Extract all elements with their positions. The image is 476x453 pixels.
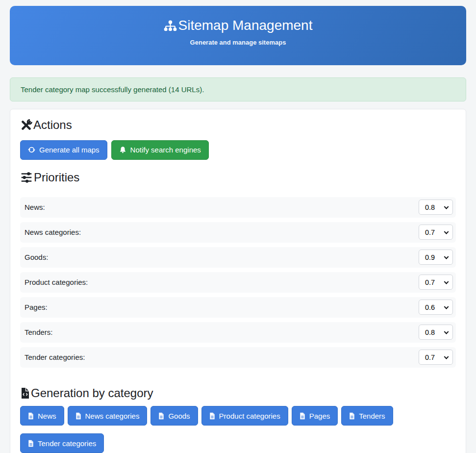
category-button-label: News categories — [85, 412, 140, 420]
file-icon — [209, 412, 215, 420]
priority-row-news-categories: News categories: 0.7 — [20, 222, 456, 243]
category-button-tenders[interactable]: Tenders — [341, 406, 393, 426]
priority-label: News categories: — [25, 228, 81, 236]
category-button-label: Product categories — [219, 412, 280, 420]
sitemap-icon — [164, 20, 177, 32]
priority-label: News: — [25, 203, 45, 211]
file-icon — [349, 412, 355, 420]
file-icon — [28, 440, 34, 447]
page-title: Sitemap Management — [10, 18, 466, 33]
bell-icon — [119, 146, 126, 153]
category-button-goods[interactable]: Goods — [150, 406, 198, 426]
sync-icon — [28, 146, 35, 153]
priority-label: Product categories: — [25, 278, 88, 286]
category-button-news[interactable]: News — [20, 406, 64, 426]
page: Sitemap Management Generate and manage s… — [0, 0, 476, 453]
file-icon — [28, 412, 34, 420]
notify-search-engines-label: Notify search engines — [130, 146, 201, 153]
generate-all-maps-label: Generate all maps — [39, 146, 100, 153]
priority-row-product-categories: Product categories: 0.7 — [20, 272, 456, 293]
sliders-icon — [20, 171, 33, 184]
category-button-label: Pages — [309, 412, 330, 420]
priority-select-product-categories[interactable]: 0.7 — [419, 275, 453, 290]
priority-select-news[interactable]: 0.8 — [419, 200, 453, 215]
generation-heading-text: Generation by category — [31, 386, 153, 401]
file-icon — [300, 412, 305, 420]
priorities-heading: Priorities — [20, 171, 456, 185]
priority-row-news: News: 0.8 — [20, 197, 456, 218]
actions-heading-text: Actions — [33, 118, 72, 132]
priority-select-wrap: 0.8 — [419, 200, 453, 215]
page-title-text: Sitemap Management — [178, 18, 313, 33]
priority-select-wrap: 0.9 — [419, 250, 453, 265]
priority-label: Tenders: — [25, 328, 53, 336]
page-subtitle: Generate and manage sitemaps — [10, 39, 466, 46]
priority-select-pages[interactable]: 0.6 — [419, 300, 453, 315]
generate-all-maps-button[interactable]: Generate all maps — [20, 140, 107, 160]
category-button-label: Tender categories — [38, 440, 96, 447]
actions-heading: Actions — [20, 118, 456, 132]
actions-row: Generate all maps Notify search engines — [20, 140, 456, 160]
priority-select-news-categories[interactable]: 0.7 — [419, 225, 453, 240]
priority-row-tenders: Tenders: 0.8 — [20, 322, 456, 343]
priority-select-wrap: 0.8 — [419, 325, 453, 340]
category-button-label: Tenders — [359, 412, 385, 420]
category-button-product-categories[interactable]: Product categories — [201, 406, 288, 426]
priority-select-tender-categories[interactable]: 0.7 — [419, 350, 453, 365]
priority-select-wrap: 0.7 — [419, 350, 453, 365]
priority-label: Tender categories: — [25, 353, 85, 361]
file-code-icon — [20, 387, 30, 399]
priority-select-tenders[interactable]: 0.8 — [419, 325, 453, 340]
priority-list: News: 0.8 News categories: 0.7 — [20, 197, 456, 368]
category-button-tender-categories[interactable]: Tender categories — [20, 433, 104, 453]
category-button-pages[interactable]: Pages — [292, 406, 338, 426]
success-alert: Tender category map successfully generat… — [10, 77, 466, 101]
priority-row-goods: Goods: 0.9 — [20, 247, 456, 268]
category-button-label: News — [38, 412, 56, 420]
priority-select-goods[interactable]: 0.9 — [419, 250, 453, 265]
priority-select-wrap: 0.7 — [419, 225, 453, 240]
page-header: Sitemap Management Generate and manage s… — [10, 6, 466, 65]
category-button-news-categories[interactable]: News categories — [68, 406, 148, 426]
priority-select-wrap: 0.6 — [419, 300, 453, 315]
priority-select-wrap: 0.7 — [419, 275, 453, 290]
category-button-label: Goods — [168, 412, 190, 420]
priority-label: Goods: — [25, 253, 48, 261]
notify-search-engines-button[interactable]: Notify search engines — [111, 140, 209, 160]
success-alert-text: Tender category map successfully generat… — [21, 85, 204, 94]
file-icon — [75, 412, 81, 420]
generation-heading: Generation by category — [20, 386, 456, 401]
priority-row-tender-categories: Tender categories: 0.7 — [20, 347, 456, 368]
priority-label: Pages: — [25, 303, 48, 311]
priority-row-pages: Pages: 0.6 — [20, 297, 456, 318]
file-icon — [158, 412, 164, 420]
tools-icon — [20, 119, 32, 131]
main-card: Actions Generate all maps — [10, 109, 466, 453]
category-buttons: News News categories — [20, 406, 456, 453]
priorities-heading-text: Priorities — [34, 171, 79, 185]
